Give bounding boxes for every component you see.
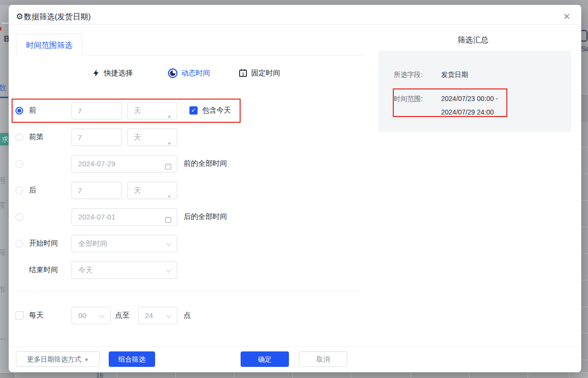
select-value: 全部时间 bbox=[78, 239, 107, 247]
chevron-down-icon bbox=[99, 312, 104, 318]
front-nth-value-input[interactable] bbox=[72, 129, 122, 146]
sidebar-fragment-underline bbox=[0, 97, 8, 98]
row-label: 结束时间 bbox=[29, 265, 58, 275]
summary-title: 筛选汇总 bbox=[365, 35, 581, 45]
radio-front-nth[interactable] bbox=[15, 133, 23, 141]
daily-from-select[interactable]: 00 bbox=[72, 307, 111, 324]
front-unit-select[interactable]: 天 ▼ bbox=[127, 102, 177, 119]
sidebar-fragment-text: 度 bbox=[0, 201, 5, 210]
sidebar-fragment-active-tab: 数 bbox=[0, 83, 6, 93]
summary-range-line2: 2024/07/29 24:00 bbox=[441, 108, 494, 116]
filter-row-end-time: 结束时间 今天 bbox=[9, 262, 366, 279]
gear-icon: ⚙ bbox=[16, 12, 23, 21]
after-value-input[interactable] bbox=[72, 182, 122, 199]
include-today-checkbox[interactable]: ✓ bbox=[189, 106, 198, 115]
mode-label: 动态时间 bbox=[181, 69, 210, 78]
summary-box: 所选字段: 发货日期 时间范围: 2024/07/23 00:00 - 2024… bbox=[378, 51, 571, 132]
radio-after-date[interactable] bbox=[15, 213, 23, 221]
table-grid-line bbox=[351, 373, 351, 378]
mode-label: 快捷选择 bbox=[104, 69, 133, 78]
chevron-down-icon bbox=[166, 312, 171, 318]
mode-fixed-time[interactable]: 1 固定时间 bbox=[238, 67, 280, 79]
close-icon[interactable]: × bbox=[559, 9, 575, 25]
table-grid-line bbox=[175, 373, 176, 378]
daily-checkbox[interactable] bbox=[15, 311, 24, 320]
combine-filter-button[interactable]: 组合筛选 bbox=[109, 351, 155, 367]
summary-range-label: 时间范围: bbox=[394, 95, 423, 103]
dialog-title-text: 数据筛选(发货日期) bbox=[24, 13, 91, 21]
cancel-button[interactable]: 取消 bbox=[299, 351, 347, 367]
mode-quick-select[interactable]: 快捷选择 bbox=[92, 67, 133, 79]
sidebar-fragment-text: 用 bbox=[0, 176, 5, 186]
after-date-suffix: 后的全部时间 bbox=[184, 212, 227, 221]
footer-divider bbox=[9, 347, 581, 347]
sidebar-fragment-text: 筛 bbox=[0, 248, 5, 257]
caret-down-icon: ▼ bbox=[84, 357, 89, 363]
chevron-down-icon bbox=[166, 267, 171, 272]
background-table-corner bbox=[0, 373, 14, 378]
end-time-select[interactable]: 今天 bbox=[72, 262, 177, 279]
row-label: 前第 bbox=[29, 132, 43, 142]
radio-after[interactable] bbox=[15, 187, 23, 194]
section-divider bbox=[16, 291, 365, 292]
table-grid-line bbox=[292, 373, 293, 378]
svg-text:1: 1 bbox=[242, 72, 244, 76]
calendar-icon bbox=[164, 213, 172, 230]
calendar-icon: 1 bbox=[238, 68, 248, 78]
table-grid-line bbox=[117, 373, 117, 378]
more-date-filter-button[interactable]: 更多日期筛选方式▼ bbox=[16, 351, 100, 367]
filter-row-after-date: 2024-07-01 后的全部时间 bbox=[9, 208, 366, 226]
background-bottom-table-edge: 16 bbox=[0, 372, 588, 378]
table-grid-line bbox=[528, 373, 528, 378]
unit-value: 天 bbox=[134, 133, 141, 141]
unit-value: 天 bbox=[134, 186, 141, 194]
background-left-sidebar: B 数 求 用 度 筛 市 广 单 bbox=[0, 5, 9, 378]
filter-row-before-date: 2024-07-29 前的全部时间 bbox=[9, 155, 366, 173]
sidebar-fragment-text: 市 bbox=[0, 285, 5, 294]
start-time-select[interactable]: 全部时间 bbox=[72, 235, 177, 252]
filter-row-front: 前 天 ▼ ✓ 包含今天 bbox=[9, 102, 366, 119]
filter-row-front-nth: 前第 天 ▼ bbox=[9, 129, 366, 146]
background-table-row-highlight bbox=[581, 95, 588, 122]
table-grid-line bbox=[411, 373, 411, 378]
summary-field-label: 所选字段: bbox=[394, 71, 423, 79]
caret-down-icon: ▼ bbox=[167, 189, 172, 205]
row-label: 每天 bbox=[29, 311, 43, 320]
filter-row-start-time: 开始时间 全部时间 bbox=[9, 235, 366, 252]
after-date-picker[interactable]: 2024-07-01 bbox=[72, 208, 177, 226]
after-unit-select[interactable]: 天 ▼ bbox=[127, 182, 177, 199]
header-divider bbox=[9, 24, 581, 25]
front-nth-unit-select[interactable]: 天 ▼ bbox=[127, 129, 177, 146]
tab-time-range-filter[interactable]: 时间范围筛选 bbox=[16, 34, 83, 56]
date-value: 2024-07-29 bbox=[78, 160, 115, 168]
radio-start-time[interactable] bbox=[15, 240, 23, 247]
sidebar-fragment-text: 广 bbox=[0, 337, 5, 346]
daily-mid-text: 点至 bbox=[115, 311, 129, 320]
table-grid-line bbox=[469, 373, 470, 378]
table-grid-line bbox=[569, 373, 570, 378]
caret-down-icon: ▼ bbox=[167, 109, 172, 125]
radio-front[interactable] bbox=[15, 107, 23, 115]
summary-field-value: 发货日期 bbox=[441, 71, 468, 79]
select-value: 今天 bbox=[78, 266, 93, 274]
lightning-icon bbox=[92, 68, 100, 78]
caret-down-icon: ▼ bbox=[167, 135, 172, 152]
row-label: 开始时间 bbox=[29, 239, 58, 248]
select-value: 24 bbox=[145, 311, 153, 320]
dynamic-time-icon bbox=[168, 68, 178, 78]
table-grid-line bbox=[234, 373, 234, 378]
daily-suffix: 点 bbox=[184, 311, 191, 320]
confirm-button[interactable]: 确定 bbox=[241, 351, 289, 367]
data-filter-dialog: ⚙数据筛选(发货日期) × 时间范围筛选 快捷选择 动态时间 1 固定时间 bbox=[9, 5, 581, 372]
include-today-label: 包含今天 bbox=[202, 106, 231, 115]
background-right-text: Sc bbox=[581, 44, 588, 53]
filter-row-after: 后 天 ▼ bbox=[9, 182, 366, 199]
before-date-picker[interactable]: 2024-07-29 bbox=[72, 155, 177, 173]
daily-to-select[interactable]: 24 bbox=[138, 307, 177, 324]
date-value: 2024-07-01 bbox=[78, 213, 115, 221]
front-value-input[interactable] bbox=[72, 102, 122, 119]
sidebar-fragment-red-mark bbox=[0, 27, 1, 30]
mode-dynamic-time[interactable]: 动态时间 bbox=[168, 67, 210, 79]
calendar-icon bbox=[164, 160, 172, 176]
radio-before-date[interactable] bbox=[15, 160, 23, 168]
